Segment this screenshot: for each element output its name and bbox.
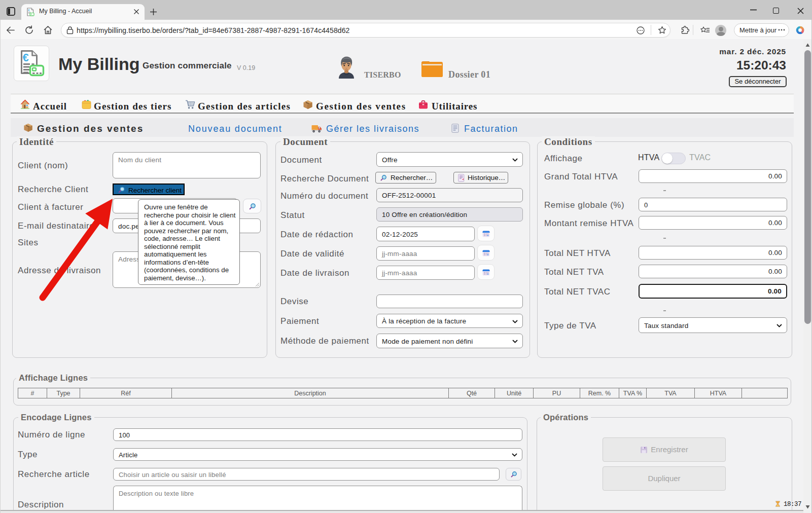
svg-text:€: €	[28, 9, 30, 12]
svg-text:€: €	[23, 51, 29, 64]
